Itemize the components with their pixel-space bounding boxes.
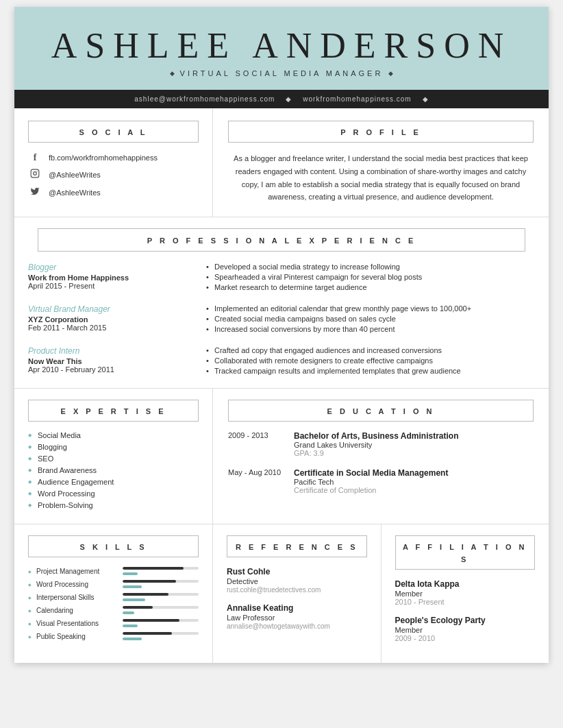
job-bullet: Market research to determine target audi… [206,283,535,291]
social-instagram: @AshleeWrites [28,169,199,181]
experience-header-text: P R O F E S S I O N A L E X P E R I E N … [147,236,416,245]
skill-bar-track [123,619,199,622]
social-section: S O C I A L f fb.com/workfromhomehappine… [14,108,213,217]
skill-label: Interpersonal Skills [28,594,117,601]
expertise-item: Audience Engagement [28,478,199,486]
job-company: Now Wear This [28,357,192,365]
svg-rect-0 [31,169,39,178]
edu-school: Grand Lakes University [294,441,459,449]
experience-job: Virtual Brand Manager XYZ Corporation Fe… [28,304,535,335]
bottom-row: S K I L L S Project Management Word Proc… [14,524,549,663]
job-bullets: Crafted ad copy that engaged audiences a… [206,346,535,377]
job-bullets: Implemented an editorial calendar that g… [206,304,535,335]
expertise-header: E X P E R T I S E [28,400,199,422]
edu-detail: GPA: 3.9 [294,449,459,457]
email-contact: ashlee@workfromhomehappiness.com [134,95,275,103]
skill-row: Project Management [28,567,199,575]
affiliations-items: Delta Iota Kappa Member 2010 - Present P… [395,579,536,642]
skill-bar [123,619,199,627]
skill-bar-fill [123,567,184,570]
ref-name: Rust Cohle [227,567,367,577]
education-section: E D U C A T I O N 2009 - 2013 Bachelor o… [213,389,549,524]
experience-jobs: Blogger Work from Home Happiness April 2… [28,263,535,377]
profile-text: As a blogger and freelance writer, I und… [228,152,534,204]
svg-point-1 [34,172,37,175]
affil-name: Delta Iota Kappa [395,579,536,589]
profile-header-text: P R O F I L E [340,128,421,136]
skill-row: Word Processing [28,580,199,588]
skill-label: Public Speaking [28,633,117,640]
job-dates: April 2015 - Present [28,282,192,290]
skill-bar-fill [123,593,168,596]
affiliations-section: A F F I L I A T I O N S Delta Iota Kappa… [381,524,549,663]
contact-diamond2: ◆ [423,95,429,103]
skill-row: Interpersonal Skills [28,593,199,601]
skill-bar [123,593,199,601]
skill-label: Visual Presentations [28,620,117,627]
edu-dates: May - Aug 2010 [228,468,283,494]
skill-bar-teal [123,572,138,575]
profile-header: P R O F I L E [228,121,534,143]
job-bullet: Tracked campaign results and implemented… [206,367,535,375]
website-contact: workfromhomehappiness.com [303,95,411,103]
skill-label: Project Management [28,568,117,575]
edu-details: Bachelor of Arts, Business Administratio… [294,431,459,457]
edu-degree: Bachelor of Arts, Business Administratio… [294,431,459,441]
skill-bar-track [123,632,199,635]
instagram-handle: @AshleeWrites [49,171,101,179]
skill-row: Calendaring [28,606,199,614]
edu-detail: Certificate of Completion [294,486,448,494]
references-items: Rust Cohle Detective rust.cohle@truedete… [227,567,367,630]
affil-role: Member [395,590,536,598]
affil-dates: 2009 - 2010 [395,634,536,642]
expertise-item: SEO [28,454,199,463]
facebook-link: fb.com/workfromhomehappiness [49,154,158,162]
expertise-section: E X P E R T I S E Social MediaBloggingSE… [14,389,213,524]
education-entries: 2009 - 2013 Bachelor of Arts, Business A… [228,431,534,494]
title-row: ◆ VIRTUAL SOCIAL MEDIA MANAGER ◆ [35,69,528,77]
ref-title: Law Professor [227,614,367,622]
skill-bar-fill [123,580,176,583]
job-title: Blogger [28,263,192,272]
skills-header-text: S K I L L S [80,543,147,551]
expertise-item: Word Processing [28,489,199,498]
social-twitter: @AshleeWrites [28,186,199,199]
expertise-items: Social MediaBloggingSEOBrand AwarenessAu… [28,431,199,509]
references-header: R E F E R E N C E S [227,535,367,557]
affil-dates: 2010 - Present [395,598,536,606]
skill-bar-track [123,580,199,583]
svg-point-2 [37,171,38,171]
skill-bar [123,580,199,588]
references-header-text: R E F E R E N C E S [236,543,358,551]
skill-label: Word Processing [28,581,117,588]
expertise-header-text: E X P E R T I S E [61,407,166,415]
profile-section: P R O F I L E As a blogger and freelance… [213,108,549,217]
expertise-item: Social Media [28,431,199,439]
expertise-item: Blogging [28,443,199,451]
edu-degree: Certificate in Social Media Management [294,468,448,478]
edu-dates: 2009 - 2013 [228,431,283,457]
job-left: Product Intern Now Wear This Apr 2010 - … [28,346,192,377]
affil-name: People's Ecology Party [395,616,536,625]
twitter-icon [28,186,42,199]
social-header-text: S O C I A L [79,128,147,136]
education-header: E D U C A T I O N [228,400,534,422]
skill-bar-teal [123,638,142,640]
experience-job: Product Intern Now Wear This Apr 2010 - … [28,346,535,377]
social-profile-row: S O C I A L f fb.com/workfromhomehappine… [14,108,549,217]
reference-entry: Rust Cohle Detective rust.cohle@truedete… [227,567,367,594]
affiliations-header: A F F I L I A T I O N S [395,535,536,570]
header-section: ASHLEE ANDERSON ◆ VIRTUAL SOCIAL MEDIA M… [14,7,549,90]
affil-role: Member [395,626,536,634]
job-bullet: Spearheaded a viral Pinterest campaign f… [206,273,535,281]
job-bullet: Created social media campaigns based on … [206,315,535,323]
affiliations-header-text: A F F I L I A T I O N S [403,543,527,563]
skill-row: Public Speaking [28,632,199,640]
job-bullet: Crafted ad copy that engaged audiences a… [206,346,535,354]
expertise-item: Problem-Solving [28,501,199,509]
social-facebook: f fb.com/workfromhomehappiness [28,152,199,163]
experience-section: P R O F E S S I O N A L E X P E R I E N … [14,217,549,389]
skill-bar-track [123,606,199,609]
job-bullets: Developed a social media strategy to inc… [206,263,535,293]
education-entry: May - Aug 2010 Certificate in Social Med… [228,468,534,494]
